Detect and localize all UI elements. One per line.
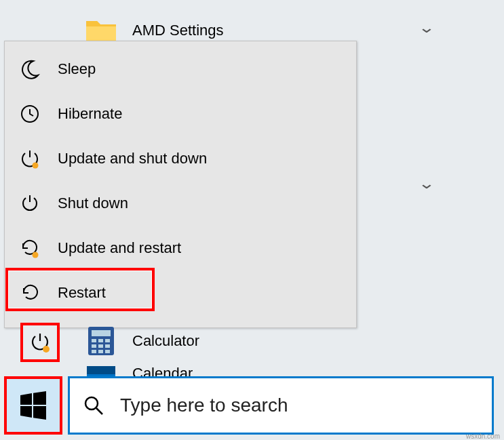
power-options-menu: Sleep Hibernate Update and shut down Shu… [4, 41, 357, 328]
power-item-label: Update and shut down [58, 150, 207, 167]
power-update-icon [18, 147, 41, 170]
moon-icon [18, 58, 41, 81]
svg-rect-10 [98, 344, 103, 348]
start-button[interactable] [4, 376, 62, 435]
power-item-sleep[interactable]: Sleep [5, 47, 356, 92]
svg-line-18 [96, 408, 102, 414]
app-item-calculator[interactable]: Calculator [75, 317, 504, 365]
power-item-label: Sleep [58, 60, 96, 78]
svg-rect-13 [98, 350, 103, 353]
power-item-hibernate[interactable]: Hibernate [5, 92, 356, 136]
svg-rect-16 [87, 366, 115, 374]
power-item-update-restart[interactable]: Update and restart [5, 226, 356, 271]
svg-rect-14 [105, 350, 110, 353]
power-icon [18, 192, 41, 215]
app-label: AMD Settings [132, 22, 224, 39]
app-label: Calculator [132, 332, 199, 350]
power-item-label: Restart [58, 284, 106, 302]
power-item-label: Hibernate [58, 105, 122, 123]
svg-rect-8 [105, 339, 110, 342]
start-menu-app-list-bottom: Calculator Calendar [75, 317, 504, 380]
attribution-text: wsxdn.com [466, 433, 500, 440]
svg-rect-9 [92, 344, 96, 348]
svg-rect-6 [92, 339, 96, 342]
svg-rect-5 [92, 330, 111, 336]
chevron-down-icon[interactable]: ⌄ [418, 175, 435, 193]
svg-rect-7 [98, 339, 103, 342]
svg-rect-12 [92, 350, 96, 353]
power-item-label: Update and restart [58, 239, 181, 257]
svg-point-1 [33, 163, 39, 169]
power-item-label: Shut down [58, 195, 128, 212]
search-placeholder: Type here to search [120, 395, 288, 416]
search-icon [82, 394, 105, 417]
chevron-down-icon[interactable]: ⌄ [418, 19, 435, 37]
svg-point-3 [43, 346, 50, 353]
svg-rect-11 [105, 344, 110, 348]
power-item-restart[interactable]: Restart [5, 271, 356, 315]
taskbar-search-box[interactable]: Type here to search [68, 376, 494, 435]
start-sidebar-power-button[interactable] [20, 323, 60, 362]
calculator-icon [85, 325, 117, 357]
restart-icon [18, 281, 41, 304]
power-update-icon [28, 331, 52, 354]
restart-update-icon [18, 237, 41, 260]
windows-icon [18, 390, 49, 421]
power-item-update-shutdown[interactable]: Update and shut down [5, 136, 356, 181]
svg-point-17 [85, 397, 98, 409]
svg-point-2 [33, 252, 39, 258]
clock-icon [18, 102, 41, 125]
power-item-shutdown[interactable]: Shut down [5, 181, 356, 226]
